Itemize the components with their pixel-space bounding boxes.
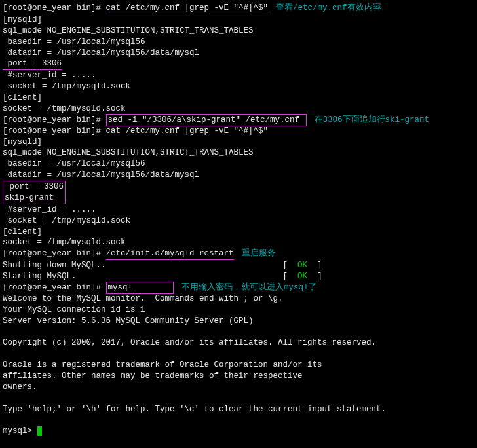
output-client-socket: socket = /tmp/mysqld.sock	[3, 103, 474, 115]
blank-line	[3, 348, 474, 360]
output-datadir: datadir = /usr/local/mysql56/data/mysql	[3, 48, 474, 59]
mysql-copyright: Copyright (c) 2000, 2017, Oracle and/or …	[3, 337, 474, 348]
cursor-icon	[37, 426, 42, 436]
prompt-line-4[interactable]: [root@one_year bin]# /etc/init.d/mysqld …	[3, 248, 474, 260]
prompt-line-2[interactable]: [root@one_year bin]# sed -i "/3306/a\ski…	[3, 115, 474, 126]
output-datadir-2: datadir = /usr/local/mysql56/data/mysql	[3, 170, 474, 181]
command-restart: /etc/init.d/mysqld restart	[106, 248, 234, 260]
status-ok: OK	[297, 261, 307, 270]
prompt-line-5[interactable]: [root@one_year bin]# mysql 不用输入密码，就可以进入m…	[3, 282, 474, 293]
blank-line	[3, 326, 474, 337]
output-port-highlighted: port = 3306	[3, 58, 62, 70]
shell-prompt: [root@one_year bin]#	[3, 115, 106, 124]
mysql-welcome: Welcome to the MySQL monitor. Commands e…	[3, 293, 474, 305]
command-mysql: mysql	[106, 282, 174, 294]
output-starting: Starting MySQL. [ OK ]	[3, 271, 474, 282]
output-client-section-2: [client]	[3, 227, 474, 238]
output-port-2: port = 3306	[5, 181, 64, 193]
mysql-help-hint: Type 'help;' or '\h' for help. Type '\c'…	[3, 404, 474, 415]
shell-prompt: [root@one_year bin]#	[3, 126, 106, 136]
output-basedir-2: basedir = /usr/local/mysql56	[3, 159, 474, 170]
output-shutdown: Shutting down MySQL.. [ OK ]	[3, 260, 474, 271]
prompt-line-1[interactable]: [root@one_year bin]# cat /etc/my.cnf |gr…	[3, 3, 474, 14]
output-server-id-2: #server_id = .....	[3, 204, 474, 215]
command-cat-grep: cat /etc/my.cnf |grep -vE "^#|^$"	[106, 3, 269, 14]
output-client-socket-2: socket = /tmp/mysqld.sock	[3, 237, 474, 248]
shell-prompt: [root@one_year bin]#	[3, 283, 106, 292]
blank-line	[3, 393, 474, 404]
output-socket-2: socket = /tmp/mysqld.sock	[3, 215, 474, 227]
output-socket: socket = /tmp/mysqld.sock	[3, 81, 474, 92]
output-sql-mode-2: sql_mode=NO_ENGINE_SUBSTITUTION,STRICT_T…	[3, 147, 474, 159]
annotation-restart: 重启服务	[242, 249, 276, 258]
blank-line	[3, 415, 474, 426]
output-port-skip-grant-box: port = 3306 skip-grant	[3, 181, 66, 204]
mysql-prompt-line[interactable]: mysql>	[3, 426, 474, 437]
annotation-view-cnf: 查看/etc/my.cnf有效内容	[276, 3, 381, 12]
output-mysqld-section: [mysqld]	[3, 14, 474, 26]
shell-prompt: [root@one_year bin]#	[3, 3, 106, 12]
mysql-connection-id: Your MySQL connection id is 1	[3, 305, 474, 316]
mysql-trademark-3: owners.	[3, 382, 474, 393]
command-sed: sed -i "/3306/a\skip-grant" /etc/my.cnf	[106, 114, 307, 126]
mysql-prompt: mysql>	[3, 426, 37, 436]
prompt-line-3[interactable]: [root@one_year bin]# cat /etc/my.cnf |gr…	[3, 126, 474, 137]
mysql-server-version: Server version: 5.6.36 MySQL Community S…	[3, 316, 474, 327]
command-cat-grep-2: cat /etc/my.cnf |grep -vE "^#|^$"	[106, 126, 269, 136]
output-skip-grant: skip-grant	[5, 193, 64, 204]
output-server-id: #server_id = .....	[3, 70, 474, 81]
output-client-section: [client]	[3, 92, 474, 103]
mysql-trademark-2: affiliates. Other names may be trademark…	[3, 371, 474, 382]
shell-prompt: [root@one_year bin]#	[3, 249, 106, 258]
output-mysqld-section-2: [mysqld]	[3, 137, 474, 148]
annotation-no-password: 不用输入密码，就可以进入mysql了	[181, 283, 317, 292]
annotation-add-skip-grant: 在3306下面追加行ski-grant	[315, 115, 430, 124]
mysql-trademark-1: Oracle is a registered trademark of Orac…	[3, 360, 474, 371]
output-basedir: basedir = /usr/local/mysql56	[3, 37, 474, 48]
output-sql-mode: sql_mode=NO_ENGINE_SUBSTITUTION,STRICT_T…	[3, 26, 474, 37]
status-ok: OK	[297, 272, 307, 281]
